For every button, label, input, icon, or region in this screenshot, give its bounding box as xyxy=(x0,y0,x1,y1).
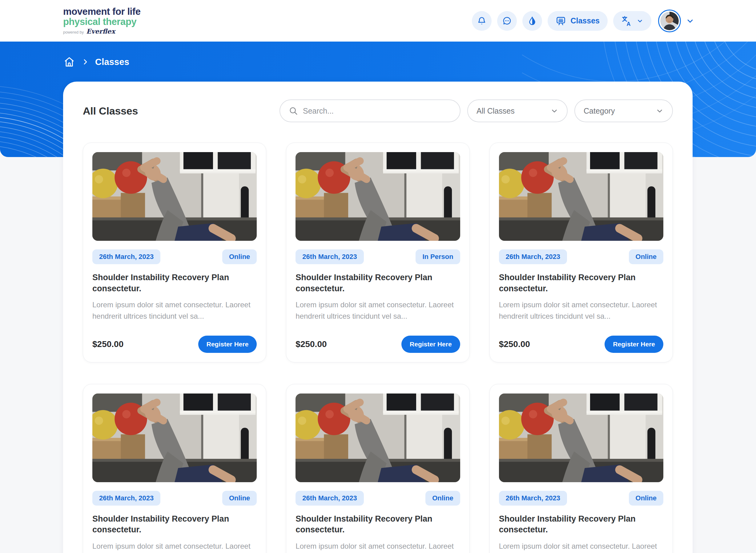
mode-badge: Online xyxy=(222,249,257,264)
breadcrumb-home[interactable] xyxy=(63,56,75,68)
class-title: Shoulder Instability Recovery Plan conse… xyxy=(296,272,460,294)
gym-stretch-photo xyxy=(296,394,460,482)
date-badge: 26th March, 2023 xyxy=(499,491,567,505)
gym-stretch-photo xyxy=(499,152,663,241)
card-badges: 26th March, 2023 Online xyxy=(499,249,663,264)
class-description: Lorem ipsum dolor sit amet consectetur. … xyxy=(296,540,460,553)
user-menu[interactable] xyxy=(658,10,694,32)
filter-controls: All Classes Category xyxy=(279,99,673,122)
register-button[interactable]: Register Here xyxy=(401,336,460,353)
page-title: All Classes xyxy=(83,105,138,117)
card-footer: $250.00 Register Here xyxy=(296,336,460,353)
category-filter-dropdown[interactable]: Category xyxy=(574,99,673,122)
card-badges: 26th March, 2023 In Person xyxy=(296,249,460,264)
whiteboard-icon xyxy=(556,16,566,26)
classes-filter-dropdown[interactable]: All Classes xyxy=(467,99,568,122)
class-photo xyxy=(92,394,257,482)
avatar-ring xyxy=(658,10,681,32)
droplet-icon xyxy=(527,16,537,26)
search-icon xyxy=(289,106,298,115)
powered-by-label: powered by xyxy=(63,30,84,34)
class-title: Shoulder Instability Recovery Plan conse… xyxy=(296,514,460,536)
powered-by: powered by Everflex xyxy=(63,28,141,35)
chevron-down-icon xyxy=(686,17,694,25)
top-bar: movement for life physical therapy power… xyxy=(0,0,756,42)
class-card: 26th March, 2023 Online Shoulder Instabi… xyxy=(489,384,673,553)
mode-badge: Online xyxy=(629,491,663,505)
class-price: $250.00 xyxy=(296,339,327,349)
avatar xyxy=(660,12,679,30)
svg-text:A: A xyxy=(626,21,631,26)
date-badge: 26th March, 2023 xyxy=(92,249,160,264)
search-input[interactable] xyxy=(303,106,451,115)
class-title: Shoulder Instability Recovery Plan conse… xyxy=(92,272,257,294)
gym-stretch-photo xyxy=(296,152,460,241)
class-title: Shoulder Instability Recovery Plan conse… xyxy=(92,514,257,536)
mode-badge: Online xyxy=(425,491,460,505)
class-photo xyxy=(92,152,257,241)
top-actions: Classes A xyxy=(472,10,694,32)
content-panel: All Classes All Classes xyxy=(63,82,693,553)
home-icon xyxy=(63,56,75,68)
brand-line-2: physical therapy xyxy=(63,17,141,27)
date-badge: 26th March, 2023 xyxy=(499,249,567,264)
class-photo xyxy=(499,152,663,241)
class-card: 26th March, 2023 Online Shoulder Instabi… xyxy=(83,143,266,363)
gym-stretch-photo xyxy=(92,394,257,482)
class-description: Lorem ipsum dolor sit amet consectetur. … xyxy=(92,540,257,553)
date-badge: 26th March, 2023 xyxy=(296,491,363,505)
chevron-right-icon xyxy=(82,58,89,66)
chevron-down-icon xyxy=(656,107,664,115)
class-photo xyxy=(296,152,460,241)
translate-icon: A xyxy=(621,15,632,26)
class-photo xyxy=(499,394,663,482)
notifications-button[interactable] xyxy=(472,11,492,31)
class-description: Lorem ipsum dolor sit amet consectetur. … xyxy=(296,299,460,322)
brand-logo[interactable]: movement for life physical therapy power… xyxy=(63,7,141,34)
breadcrumb: Classes xyxy=(0,42,756,68)
date-badge: 26th March, 2023 xyxy=(92,491,160,505)
class-description: Lorem ipsum dolor sit amet consectetur. … xyxy=(499,299,663,322)
hydration-button[interactable] xyxy=(522,11,542,31)
mode-badge: Online xyxy=(629,249,663,264)
brand-line-1: movement for life xyxy=(63,7,141,17)
class-title: Shoulder Instability Recovery Plan conse… xyxy=(499,514,663,536)
class-description: Lorem ipsum dolor sit amet consectetur. … xyxy=(92,299,257,322)
chevron-down-icon xyxy=(637,17,643,24)
class-card: 26th March, 2023 Online Shoulder Instabi… xyxy=(286,384,470,553)
search-box xyxy=(279,99,460,122)
class-title: Shoulder Instability Recovery Plan conse… xyxy=(499,272,663,294)
card-footer: $250.00 Register Here xyxy=(92,336,257,353)
chevron-down-icon xyxy=(551,107,558,115)
register-button[interactable]: Register Here xyxy=(604,336,663,353)
chat-bubble-icon xyxy=(502,16,512,26)
register-button[interactable]: Register Here xyxy=(198,336,257,353)
classes-nav-button[interactable]: Classes xyxy=(548,11,608,31)
card-badges: 26th March, 2023 Online xyxy=(92,491,257,505)
classes-nav-label: Classes xyxy=(570,16,600,25)
class-description: Lorem ipsum dolor sit amet consectetur. … xyxy=(499,540,663,553)
messages-button[interactable] xyxy=(497,11,517,31)
card-badges: 26th March, 2023 Online xyxy=(92,249,257,264)
card-badges: 26th March, 2023 Online xyxy=(499,491,663,505)
class-price: $250.00 xyxy=(92,339,123,349)
category-filter-value: Category xyxy=(584,106,615,115)
mode-badge: Online xyxy=(222,491,257,505)
gym-stretch-photo xyxy=(499,394,663,482)
bell-icon xyxy=(477,16,487,26)
classes-filter-value: All Classes xyxy=(477,106,515,115)
class-card: 26th March, 2023 Online Shoulder Instabi… xyxy=(489,143,673,363)
class-card: 26th March, 2023 In Person Shoulder Inst… xyxy=(286,143,470,363)
class-card: 26th March, 2023 Online Shoulder Instabi… xyxy=(83,384,266,553)
class-photo xyxy=(296,394,460,482)
classes-grid: 26th March, 2023 Online Shoulder Instabi… xyxy=(83,143,673,553)
date-badge: 26th March, 2023 xyxy=(296,249,363,264)
toolbar: All Classes All Classes xyxy=(83,99,673,122)
card-badges: 26th March, 2023 Online xyxy=(296,491,460,505)
breadcrumb-current: Classes xyxy=(95,57,129,67)
gym-stretch-photo xyxy=(92,152,257,241)
card-footer: $250.00 Register Here xyxy=(499,336,663,353)
class-price: $250.00 xyxy=(499,339,530,349)
everflex-wordmark: Everflex xyxy=(86,28,115,35)
language-selector[interactable]: A xyxy=(613,11,651,31)
